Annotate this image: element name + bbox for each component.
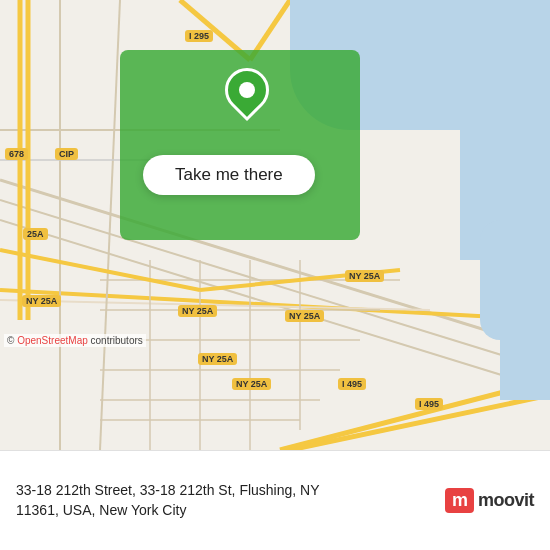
osm-link[interactable]: OpenStreetMap <box>17 335 88 346</box>
svg-line-10 <box>100 0 120 450</box>
info-bar: 33-18 212th Street, 33-18 212th St, Flus… <box>0 450 550 550</box>
road-label-i495-1: I 495 <box>338 378 366 390</box>
svg-line-5 <box>0 290 550 320</box>
road-label-ny25a-6: NY 25A <box>232 378 271 390</box>
road-label-ny25a-4: NY 25A <box>285 310 324 322</box>
moovit-m-icon: m <box>445 488 474 513</box>
water-east3 <box>500 320 550 400</box>
osm-suffix: contributors <box>88 335 143 346</box>
pin-shape <box>216 59 278 121</box>
osm-prefix: © <box>7 335 17 346</box>
take-me-there-button[interactable]: Take me there <box>143 155 315 195</box>
moovit-text: moovit <box>478 490 534 511</box>
moovit-logo: m moovit <box>445 488 534 513</box>
address-block: 33-18 212th Street, 33-18 212th St, Flus… <box>16 481 435 520</box>
address-line: 33-18 212th Street, 33-18 212th St, Flus… <box>16 481 435 520</box>
address-line2: 11361, USA, New York City <box>16 502 186 518</box>
road-label-ny25a-2: NY 25A <box>178 305 217 317</box>
road-label-ny25a-3: NY 25A <box>345 270 384 282</box>
road-label-25a-2: 25A <box>23 228 48 240</box>
pin-inner-dot <box>239 82 255 98</box>
road-label-ny25a-5: NY 25A <box>198 353 237 365</box>
road-label-i295: I 295 <box>185 30 213 42</box>
road-label-678: 678 <box>5 148 28 160</box>
road-label-ny25a-1: NY 25A <box>22 295 61 307</box>
address-line1: 33-18 212th Street, 33-18 212th St, Flus… <box>16 482 320 498</box>
app-container: Take me there I 295 678 CIP NY 25A NY 25… <box>0 0 550 550</box>
road-label-cip: CIP <box>55 148 78 160</box>
map-area: Take me there I 295 678 CIP NY 25A NY 25… <box>0 0 550 450</box>
location-pin <box>225 68 269 112</box>
osm-credit: © OpenStreetMap contributors <box>4 334 146 347</box>
road-label-i495-2: I 495 <box>415 398 443 410</box>
